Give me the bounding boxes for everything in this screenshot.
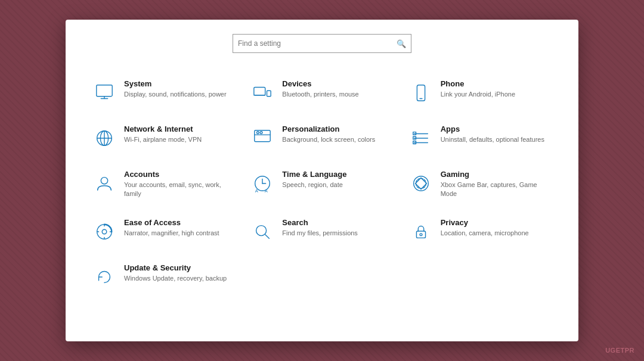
personalization-title: Personalization bbox=[282, 125, 394, 133]
update-icon bbox=[92, 264, 117, 290]
system-desc: Display, sound, notifications, power bbox=[124, 90, 236, 99]
devices-title: Devices bbox=[282, 79, 394, 88]
svg-point-39 bbox=[420, 234, 422, 236]
svg-rect-4 bbox=[267, 91, 271, 96]
ease-desc: Narrator, magnifier, high contrast bbox=[124, 229, 236, 238]
setting-item-search[interactable]: Search Find my files, permissions bbox=[243, 208, 401, 254]
accounts-desc: Your accounts, email, sync, work, family bbox=[124, 181, 236, 199]
update-text: Update & Security Windows Update, recove… bbox=[124, 263, 236, 283]
search-desc: Find my files, permissions bbox=[282, 229, 394, 238]
svg-point-14 bbox=[257, 132, 259, 134]
search-bar-container: 🔍 bbox=[85, 34, 559, 53]
search-input[interactable] bbox=[238, 39, 397, 48]
time-desc: Speech, region, date bbox=[282, 181, 394, 189]
setting-item-accounts[interactable]: Accounts Your accounts, email, sync, wor… bbox=[85, 160, 243, 208]
privacy-desc: Location, camera, microphone bbox=[441, 229, 552, 238]
setting-item-update[interactable]: Update & Security Windows Update, recove… bbox=[85, 254, 243, 299]
svg-line-37 bbox=[265, 235, 270, 239]
ease-text: Ease of Access Narrator, magnifier, high… bbox=[124, 218, 236, 238]
time-icon: AA bbox=[250, 171, 275, 196]
svg-rect-0 bbox=[97, 85, 112, 97]
svg-point-35 bbox=[102, 229, 107, 234]
privacy-title: Privacy bbox=[441, 218, 552, 227]
setting-item-ease[interactable]: Ease of Access Narrator, magnifier, high… bbox=[85, 208, 243, 254]
apps-icon bbox=[408, 126, 434, 151]
phone-desc: Link your Android, iPhone bbox=[441, 90, 552, 99]
search-title: Search bbox=[282, 218, 394, 227]
svg-rect-3 bbox=[254, 88, 265, 95]
privacy-text: Privacy Location, camera, microphone bbox=[441, 218, 552, 238]
time-title: Time & Language bbox=[282, 170, 394, 179]
svg-point-29 bbox=[416, 179, 426, 189]
apps-text: Apps Uninstall, defaults, optional featu… bbox=[441, 125, 552, 144]
accounts-text: Accounts Your accounts, email, sync, wor… bbox=[124, 170, 236, 199]
update-desc: Windows Update, recovery, backup bbox=[124, 274, 236, 283]
time-text: Time & Language Speech, region, date bbox=[282, 170, 394, 189]
svg-point-36 bbox=[256, 225, 267, 235]
network-title: Network & Internet bbox=[124, 125, 236, 133]
watermark: UGETPR bbox=[605, 347, 634, 354]
setting-item-phone[interactable]: Phone Link your Android, iPhone bbox=[401, 70, 559, 115]
gaming-desc: Xbox Game Bar, captures, Game Mode bbox=[441, 181, 552, 199]
personalization-desc: Background, lock screen, colors bbox=[282, 135, 394, 144]
phone-title: Phone bbox=[441, 79, 552, 88]
accounts-title: Accounts bbox=[124, 170, 236, 179]
setting-item-devices[interactable]: Devices Bluetooth, printers, mouse bbox=[243, 70, 401, 115]
personalization-icon bbox=[250, 126, 275, 151]
apps-desc: Uninstall, defaults, optional features bbox=[441, 135, 552, 144]
network-desc: Wi-Fi, airplane mode, VPN bbox=[124, 135, 236, 144]
system-text: System Display, sound, notifications, po… bbox=[124, 79, 236, 99]
devices-desc: Bluetooth, printers, mouse bbox=[282, 90, 394, 99]
gaming-text: Gaming Xbox Game Bar, captures, Game Mod… bbox=[441, 170, 552, 199]
setting-item-time[interactable]: AA Time & Language Speech, region, date bbox=[243, 160, 401, 208]
network-icon bbox=[92, 126, 117, 151]
ease-title: Ease of Access bbox=[124, 218, 236, 227]
search-icon: 🔍 bbox=[397, 39, 406, 48]
system-title: System bbox=[124, 79, 236, 88]
search-bar: 🔍 bbox=[233, 34, 411, 53]
setting-item-apps[interactable]: Apps Uninstall, defaults, optional featu… bbox=[401, 115, 559, 160]
svg-point-22 bbox=[101, 178, 107, 184]
search-text: Search Find my files, permissions bbox=[282, 218, 394, 238]
setting-item-personalization[interactable]: Personalization Background, lock screen,… bbox=[243, 115, 401, 160]
system-icon bbox=[92, 80, 117, 105]
devices-icon bbox=[250, 80, 275, 105]
personalization-text: Personalization Background, lock screen,… bbox=[282, 125, 394, 144]
setting-item-network[interactable]: Network & Internet Wi-Fi, airplane mode,… bbox=[85, 115, 243, 160]
ease-icon bbox=[92, 219, 117, 244]
update-title: Update & Security bbox=[124, 263, 236, 272]
search-icon bbox=[250, 219, 275, 244]
svg-rect-38 bbox=[416, 231, 425, 238]
phone-text: Phone Link your Android, iPhone bbox=[441, 79, 552, 99]
settings-grid: System Display, sound, notifications, po… bbox=[85, 70, 559, 299]
privacy-icon bbox=[408, 219, 434, 244]
setting-item-gaming[interactable]: Gaming Xbox Game Bar, captures, Game Mod… bbox=[401, 160, 559, 208]
settings-window: 🔍 System Display, sound, notifications, … bbox=[66, 20, 578, 341]
svg-point-15 bbox=[261, 132, 263, 134]
devices-text: Devices Bluetooth, printers, mouse bbox=[282, 79, 394, 99]
phone-icon bbox=[408, 80, 434, 105]
apps-title: Apps bbox=[441, 125, 552, 133]
gaming-title: Gaming bbox=[441, 170, 552, 179]
setting-item-privacy[interactable]: Privacy Location, camera, microphone bbox=[401, 208, 559, 254]
setting-item-system[interactable]: System Display, sound, notifications, po… bbox=[85, 70, 243, 115]
gaming-icon bbox=[408, 171, 434, 196]
accounts-icon bbox=[92, 171, 117, 196]
network-text: Network & Internet Wi-Fi, airplane mode,… bbox=[124, 125, 236, 144]
